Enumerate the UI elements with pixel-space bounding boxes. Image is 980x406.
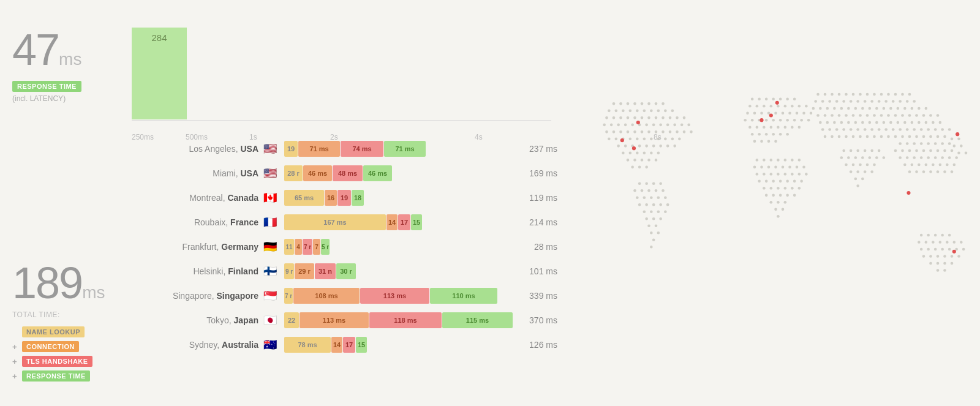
svg-point-185: [767, 166, 771, 169]
svg-point-32: [617, 124, 620, 127]
svg-point-188: [788, 166, 791, 169]
badge-tls: TLS HANDSHAKE: [22, 356, 92, 367]
svg-point-75: [673, 145, 676, 148]
svg-point-327: [845, 135, 848, 138]
svg-point-326: [838, 135, 841, 138]
svg-point-378: [915, 149, 918, 152]
svg-point-177: [763, 159, 766, 162]
svg-point-382: [943, 149, 946, 152]
legend-name-lookup: NAME LOOKUP: [12, 326, 123, 337]
svg-point-419: [918, 241, 921, 244]
svg-point-275: [859, 114, 862, 117]
svg-point-427: [927, 248, 930, 251]
svg-point-22: [633, 116, 636, 119]
svg-point-44: [612, 130, 616, 133]
svg-point-106: [652, 203, 655, 206]
bars-montreal: 65 ms 16 19 18: [284, 190, 524, 206]
svg-point-160: [763, 126, 766, 129]
bar-mo-3: 19: [337, 190, 351, 206]
svg-point-114: [652, 217, 655, 220]
svg-point-19: [612, 116, 616, 119]
svg-point-334: [894, 135, 897, 138]
svg-point-164: [791, 126, 794, 129]
bar-fr-3: 7 r: [303, 239, 312, 255]
svg-point-411: [960, 145, 963, 148]
svg-point-279: [887, 114, 890, 117]
svg-point-259: [861, 107, 864, 110]
svg-point-37: [652, 124, 655, 127]
svg-point-156: [800, 119, 803, 122]
bar-mo-1: 65 ms: [284, 190, 324, 206]
svg-point-190: [802, 166, 805, 169]
svg-point-428: [934, 248, 937, 251]
svg-point-364: [854, 178, 858, 181]
svg-point-371: [927, 142, 930, 145]
svg-point-288: [826, 121, 829, 124]
svg-point-116: [647, 224, 650, 227]
svg-point-341: [943, 135, 946, 138]
svg-point-432: [962, 248, 965, 251]
total-montreal: 119 ms: [529, 193, 557, 203]
svg-point-205: [800, 180, 803, 183]
svg-point-296: [883, 121, 886, 124]
svg-point-6: [655, 102, 658, 105]
svg-point-182: [798, 159, 801, 162]
svg-point-112: [664, 210, 667, 213]
svg-point-316: [899, 128, 902, 131]
svg-point-379: [922, 149, 925, 152]
svg-point-392: [955, 156, 958, 159]
svg-point-391: [948, 156, 951, 159]
bars-los-angeles: 19 71 ms 74 ms 71 ms: [284, 141, 524, 157]
svg-point-224: [824, 93, 827, 96]
label-miami: Miami, USA: [129, 168, 263, 178]
bar-la-2: 71 ms: [298, 141, 340, 157]
svg-point-28: [676, 116, 679, 119]
map-dot-miami: [632, 146, 636, 150]
svg-point-423: [946, 241, 949, 244]
svg-point-267: [918, 107, 921, 110]
svg-point-198: [805, 173, 808, 176]
svg-point-111: [657, 210, 660, 213]
top-bar-chart: 284 250ms 500ms 1s 2s 4s 8s: [129, 9, 557, 138]
svg-point-99: [636, 196, 639, 199]
bar-fr-4: 7: [313, 239, 320, 255]
svg-point-81: [657, 152, 660, 155]
svg-point-130: [756, 105, 759, 108]
svg-point-136: [798, 105, 801, 108]
svg-point-86: [655, 159, 658, 162]
svg-point-49: [647, 130, 650, 133]
svg-point-127: [786, 97, 789, 100]
badge-response: RESPONSE TIME: [22, 370, 90, 382]
svg-point-139: [753, 111, 756, 115]
svg-point-148: [744, 119, 747, 122]
svg-point-269: [816, 114, 820, 117]
svg-point-318: [913, 128, 916, 131]
svg-point-363: [870, 170, 873, 173]
svg-point-317: [906, 128, 909, 131]
svg-point-108: [666, 203, 669, 206]
svg-point-7: [662, 102, 665, 105]
svg-point-310: [856, 128, 859, 131]
svg-point-367: [899, 142, 902, 145]
svg-point-18: [605, 116, 608, 119]
svg-point-184: [760, 166, 763, 169]
svg-point-217: [770, 201, 773, 204]
svg-point-70: [638, 145, 641, 148]
svg-point-274: [852, 114, 855, 117]
bar-sg-1: 7 r: [284, 288, 293, 304]
svg-point-357: [859, 164, 862, 167]
svg-point-396: [925, 164, 928, 167]
svg-point-387: [920, 156, 923, 159]
svg-point-67: [617, 145, 620, 148]
svg-point-425: [960, 241, 963, 244]
bar-he-2: 29 r: [295, 263, 314, 279]
svg-point-68: [624, 145, 627, 148]
svg-point-297: [889, 121, 892, 124]
bars-frankfurt: 11 4 7 r 7 5 r: [284, 239, 529, 255]
svg-point-46: [627, 130, 630, 133]
total-miami: 169 ms: [529, 168, 557, 178]
main-container: 47ms RESPONSE TIME (incl. LATENCY) 189ms…: [0, 0, 980, 406]
row-helsinki: Helsinki, Finland 🇫🇮 9 r 29 r 31 n 30 r …: [129, 260, 557, 282]
svg-point-119: [657, 231, 660, 235]
svg-point-53: [676, 130, 679, 133]
